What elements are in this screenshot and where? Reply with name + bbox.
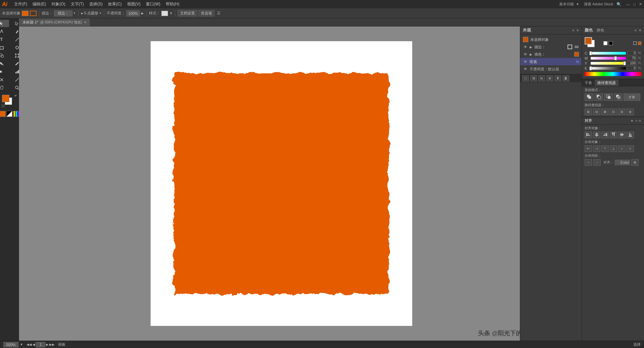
subtab-pathfinder[interactable]: 路径查找器 xyxy=(595,79,619,86)
shape-mode-exclude-btn[interactable] xyxy=(614,93,623,101)
shape-mode-minus-btn[interactable] xyxy=(594,93,603,101)
zoom-input[interactable] xyxy=(3,342,18,347)
dist-spacing-v-btn[interactable]: ↕ xyxy=(593,159,601,166)
align-center-h-btn[interactable] xyxy=(593,132,600,138)
arrange-icon[interactable]: ☰ xyxy=(217,11,220,15)
pen-tool[interactable] xyxy=(0,28,9,35)
color-panel-menu-icon[interactable]: ≡ xyxy=(635,28,637,32)
c-slider-track[interactable] xyxy=(591,52,626,55)
stroke-expand-icon[interactable]: ▶ xyxy=(530,45,532,49)
appearance-opacity-row[interactable]: 👁 不透明度：默认值 xyxy=(520,65,582,73)
nav-fwd-btn[interactable]: ▶ xyxy=(46,343,49,346)
pf-btn-2[interactable]: ⊟ xyxy=(593,109,600,115)
type-tool[interactable]: T xyxy=(0,36,9,43)
appearance-fill-row[interactable]: 👁 ▶ 填色： xyxy=(520,51,582,58)
color-mode-none[interactable] xyxy=(6,111,12,117)
duplicate-btn[interactable]: ⧉ xyxy=(530,75,537,81)
shape-mode-unite-btn[interactable] xyxy=(585,93,593,101)
point-dropdown[interactable]: ● 5 点圆形 ▼ xyxy=(81,11,102,16)
spacing-input[interactable] xyxy=(615,160,630,165)
align-close-icon[interactable]: ✕ xyxy=(639,119,641,123)
new-layer-btn[interactable]: □ xyxy=(522,75,529,81)
pf-btn-3[interactable]: ⊠ xyxy=(601,109,609,115)
minimize-btn[interactable]: — xyxy=(626,2,630,6)
menu-view[interactable]: 视图(V) xyxy=(124,1,143,8)
align-bottom-btn[interactable] xyxy=(627,132,634,138)
pf-btn-6[interactable]: ⊗ xyxy=(627,109,634,115)
opacity-input[interactable] xyxy=(126,10,140,16)
align-panel-header[interactable]: 对齐 ▼ ≡ ✕ xyxy=(582,117,644,125)
document-tab[interactable]: 未标题-1* @ 500% (CMYK/GPU 预览) ✕ xyxy=(19,18,90,26)
m-value-input[interactable] xyxy=(627,56,637,60)
fill-row-swatch[interactable] xyxy=(574,52,579,57)
stroke-row-swatch[interactable] xyxy=(568,45,572,49)
page-input[interactable] xyxy=(36,342,45,347)
m-slider-thumb[interactable] xyxy=(614,56,617,60)
nav-back-btn[interactable]: ◀ xyxy=(33,343,35,346)
align-top-btn[interactable] xyxy=(610,132,617,138)
fill-expand-icon[interactable]: ▶ xyxy=(530,53,532,56)
delete-btn[interactable]: ⊘ xyxy=(546,75,553,81)
dist-bottom-btn[interactable]: ⊧ xyxy=(627,145,634,152)
selection-tool[interactable] xyxy=(0,20,9,27)
nav-end-btn[interactable]: ▶▶ xyxy=(49,343,55,346)
dist-center-h-btn[interactable]: ⊣ xyxy=(593,145,600,152)
c-value-input[interactable] xyxy=(627,51,637,55)
appearance-stroke-row[interactable]: 👁 ▶ 描边： xyxy=(520,43,582,51)
workspace-dropdown[interactable]: 基本功能 xyxy=(559,2,574,7)
pf-btn-4[interactable]: ⊡ xyxy=(610,109,617,115)
color-panel-tab2[interactable]: 拼色 xyxy=(597,28,604,33)
y-value-input[interactable] xyxy=(627,61,637,65)
color-panel-close-icon[interactable]: ✕ xyxy=(639,28,641,32)
stroke-options-icon[interactable] xyxy=(574,45,579,49)
color-fg-block[interactable] xyxy=(585,37,592,45)
stroke-dropdown[interactable]: ▼ xyxy=(54,10,76,16)
menu-help[interactable]: 帮助(H) xyxy=(163,1,182,8)
menu-file[interactable]: 文件(F) xyxy=(11,1,30,8)
m-slider-track[interactable] xyxy=(591,57,626,60)
k-slider-track[interactable] xyxy=(591,67,626,70)
shape-mode-intersect-btn[interactable] xyxy=(604,93,613,101)
color-mode-gradient[interactable] xyxy=(13,111,19,117)
dist-spacing-h-btn[interactable]: ↔ xyxy=(585,159,592,166)
default-colors-icon[interactable]: ⬛ xyxy=(1,105,5,108)
align-collapse-icon[interactable]: ▼ xyxy=(631,119,634,123)
shape-mode-expand-btn[interactable]: 扩展 xyxy=(624,93,640,101)
appearance-panel-menu-icon[interactable]: ≡ xyxy=(572,28,574,32)
stroke-swatch[interactable] xyxy=(30,11,37,16)
trash-btn[interactable]: 🗑 xyxy=(562,75,569,81)
align-right-btn[interactable] xyxy=(601,132,609,138)
nav-prev-btn[interactable]: ◀◀ xyxy=(26,343,32,346)
subtab-shapes[interactable]: 子表 xyxy=(582,80,595,85)
pf-btn-5[interactable]: ⊟ xyxy=(618,109,626,115)
move-up-btn[interactable]: ⬆ xyxy=(554,75,561,81)
menu-window[interactable]: 窗口(W) xyxy=(143,1,163,8)
dist-left-btn[interactable]: ⊢ xyxy=(585,145,592,152)
color-mode-color[interactable] xyxy=(0,111,6,117)
paint-bucket-tool[interactable] xyxy=(0,60,9,67)
pathfinder-tool[interactable] xyxy=(0,52,9,59)
menu-select[interactable]: 选择(S) xyxy=(87,1,105,8)
swap-colors-icon[interactable]: ⇌ xyxy=(14,94,17,97)
close-btn[interactable]: ✕ xyxy=(639,2,642,6)
fill-eye-icon[interactable]: 👁 xyxy=(523,52,528,56)
dist-right-btn[interactable]: ⊤ xyxy=(601,145,609,152)
doc-tab-close-btn[interactable]: ✕ xyxy=(84,20,87,24)
appearance-panel-header[interactable]: 外观 ≡ ✕ xyxy=(520,26,582,34)
effect-fx-icon[interactable]: fx xyxy=(576,60,579,64)
hand-tool[interactable] xyxy=(0,84,9,91)
maximize-btn[interactable]: □ xyxy=(633,2,636,6)
color-spectrum-bar[interactable] xyxy=(585,72,641,76)
shape-tool[interactable] xyxy=(0,44,9,51)
doc-settings-btn[interactable]: 文档设置 xyxy=(178,10,197,16)
appearance-panel-close-icon[interactable]: ✕ xyxy=(576,28,579,32)
slice-tool[interactable] xyxy=(0,76,9,83)
preferences-btn[interactable]: 首选项 xyxy=(199,10,214,16)
k-slider-thumb[interactable] xyxy=(589,66,592,70)
dist-center-v-btn[interactable]: ⊦ xyxy=(618,145,626,152)
pf-btn-1[interactable]: ⊞ xyxy=(585,109,592,115)
menu-object[interactable]: 对象(O) xyxy=(49,1,68,8)
align-expand-btn[interactable]: ⊞ xyxy=(631,159,639,166)
y-slider-thumb[interactable] xyxy=(623,61,626,65)
effect-eye-icon[interactable]: 👁 xyxy=(523,60,528,64)
